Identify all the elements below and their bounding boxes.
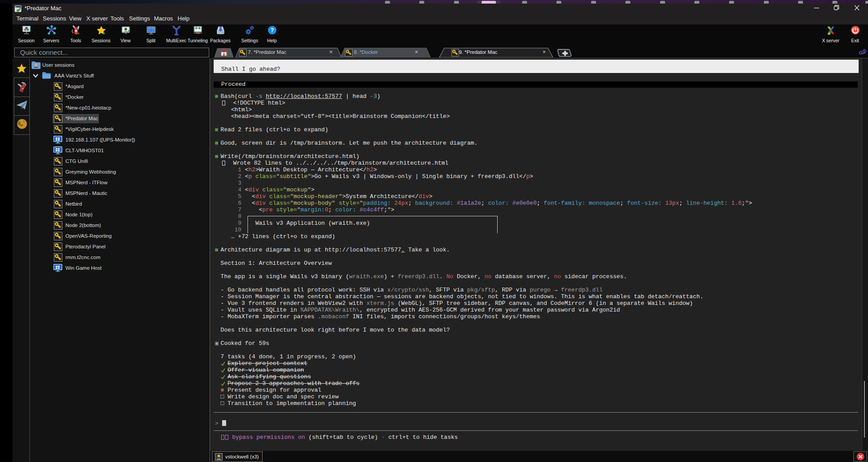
svg-text:?: ? [270,27,274,33]
